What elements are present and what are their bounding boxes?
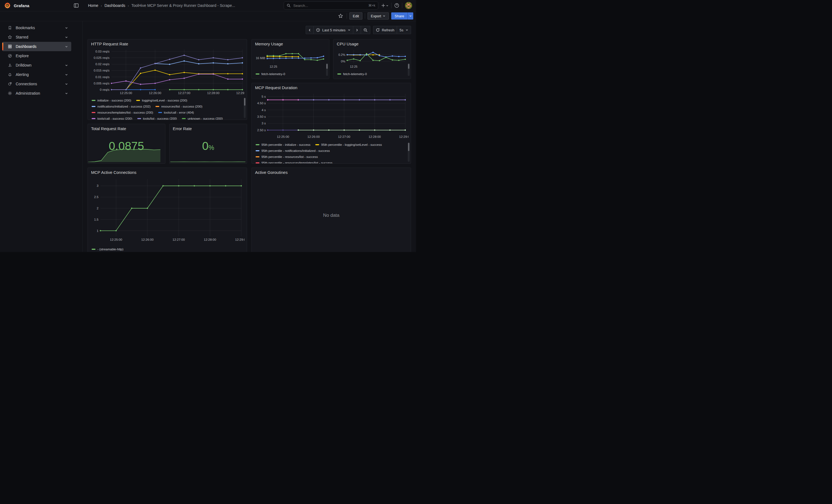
chevron-down-icon[interactable]: [65, 82, 68, 85]
legend-item[interactable]: tools/call - error (404): [158, 111, 194, 114]
http-request-rate-chart[interactable]: 12:25:0012:26:0012:27:0012:28:0012:29:00…: [90, 47, 244, 97]
panel-scrollbar[interactable]: [326, 63, 328, 76]
legend-item[interactable]: notifications/initialized - success (202…: [92, 105, 151, 108]
cpu-legend: fetch-telemetry-0: [337, 71, 409, 77]
panel-title[interactable]: Error Rate: [173, 126, 244, 131]
legend-item[interactable]: resources/list - success (200): [155, 105, 203, 108]
svg-text:0.2%: 0.2%: [338, 53, 345, 56]
panel-title[interactable]: HTTP Request Rate: [91, 42, 244, 46]
chevron-down-icon[interactable]: [65, 26, 68, 29]
legend-item[interactable]: initialize - success (200): [92, 99, 131, 102]
sidebar-item-administration[interactable]: Administration: [2, 88, 71, 98]
sidebar-item-connections[interactable]: Connections: [2, 79, 71, 88]
legend-item[interactable]: 95th percentile - initialize - success: [256, 143, 310, 147]
drilldown-icon: [8, 63, 12, 68]
legend-row: fetch-telemetry-0: [337, 71, 409, 77]
memory-usage-chart[interactable]: 12:2516 MiB: [255, 47, 327, 71]
mcp-active-connections-chart[interactable]: 12:25:0012:26:0012:27:0012:28:0012:29:00…: [90, 175, 244, 246]
right-column: Memory Usage 12:2516 MiB fetch-telemetry…: [252, 39, 411, 252]
svg-text:4.50 s: 4.50 s: [257, 102, 266, 105]
legend-item[interactable]: unknown - success (200): [182, 117, 223, 120]
legend-item[interactable]: 95th percentile - resources/templates/li…: [256, 161, 332, 164]
chevron-down-icon: [348, 29, 350, 31]
user-avatar[interactable]: [405, 2, 412, 9]
panel-mcp-active-connections: MCP Active Connections 12:25:0012:26:001…: [87, 167, 247, 252]
legend-label: resources/templates/list - success (200): [97, 111, 153, 114]
panel-title[interactable]: CPU Usage: [337, 42, 409, 46]
sidebar-item-alerting[interactable]: Alerting: [2, 70, 71, 79]
panel-scrollbar[interactable]: [408, 63, 410, 76]
legend-item[interactable]: logging/setLevel - success (200): [136, 99, 187, 102]
panel-title[interactable]: Active Goroutines: [255, 170, 409, 175]
search-input[interactable]: [293, 3, 366, 8]
svg-text:4 s: 4 s: [262, 108, 266, 112]
share-menu-button[interactable]: [408, 12, 413, 20]
chevron-down-icon[interactable]: [65, 45, 68, 48]
svg-text:0.01 req/s: 0.01 req/s: [96, 75, 109, 79]
svg-text:12:26:00: 12:26:00: [307, 135, 320, 138]
legend-item[interactable]: 95th percentile - resources/list - succe…: [256, 155, 318, 158]
chevron-down-icon[interactable]: [65, 64, 68, 67]
refresh-button[interactable]: Refresh: [373, 26, 397, 34]
chevron-down-icon[interactable]: [65, 73, 68, 76]
time-back-button[interactable]: [306, 26, 314, 34]
dock-sidebar-icon[interactable]: [73, 2, 80, 9]
panel-title[interactable]: Memory Usage: [255, 42, 327, 46]
zoom-out-icon: [363, 28, 368, 32]
share-button[interactable]: Share: [391, 12, 408, 20]
svg-text:3 s: 3 s: [262, 122, 266, 125]
time-forward-button[interactable]: [353, 26, 361, 34]
chevron-down-icon[interactable]: [65, 36, 68, 39]
legend-label: tools/call - error (404): [164, 111, 194, 114]
sidebar-item-label: Starred: [16, 35, 28, 39]
breadcrumb-item[interactable]: Home: [88, 3, 98, 8]
refresh-icon: [376, 28, 380, 32]
time-range-group: Last 5 minutes: [306, 26, 370, 34]
legend-scrollbar[interactable]: [408, 142, 410, 162]
refresh-interval-picker[interactable]: 5s: [397, 26, 411, 34]
legend-item[interactable]: - (streamable-http): [92, 247, 124, 251]
sidebar-item-dashboards[interactable]: Dashboards: [2, 42, 71, 51]
legend-label: 95th percentile - resources/templates/li…: [261, 161, 332, 164]
legend-color-pill: [92, 100, 96, 101]
sidebar-item-drilldown[interactable]: Drilldown: [2, 60, 71, 70]
legend-item[interactable]: tools/list - success (200): [137, 117, 177, 120]
chevron-down-icon[interactable]: [65, 92, 68, 95]
legend-color-pill: [137, 118, 141, 119]
add-new-button[interactable]: [381, 3, 389, 8]
panel-title[interactable]: Total Request Rate: [91, 126, 163, 131]
search-box[interactable]: ⌘+k: [284, 1, 378, 10]
legend-label: logging/setLevel - success (200): [142, 99, 187, 102]
legend-item[interactable]: fetch-telemetry-0: [256, 72, 285, 76]
cpu-usage-chart[interactable]: 12:250.2%0%: [336, 47, 409, 71]
mcp-request-duration-chart[interactable]: 12:25:0012:26:0012:27:0012:28:0012:29:00…: [255, 90, 409, 141]
legend-item[interactable]: fetch-telemetry-0: [337, 72, 367, 76]
legend-item[interactable]: 95th percentile - logging/setLevel - suc…: [315, 143, 382, 147]
sidebar-item-starred[interactable]: Starred: [2, 32, 71, 42]
legend-item[interactable]: tools/call - success (200): [92, 117, 132, 120]
panel-title[interactable]: MCP Active Connections: [91, 170, 244, 175]
svg-text:0%: 0%: [341, 60, 345, 63]
help-icon[interactable]: [394, 3, 399, 8]
sidebar-item-bookmarks[interactable]: Bookmarks: [2, 23, 71, 32]
svg-text:12:26:00: 12:26:00: [149, 91, 161, 95]
legend-row: tools/call - success (200)tools/list - s…: [92, 115, 244, 120]
favorite-star-icon[interactable]: [337, 14, 344, 19]
legend-item[interactable]: resources/templates/list - success (200): [92, 111, 153, 114]
breadcrumb-item[interactable]: Dashboards: [105, 3, 126, 8]
legend-row: 95th percentile - notifications/initiali…: [256, 148, 409, 154]
legend-item[interactable]: 95th percentile - notifications/initiali…: [256, 149, 330, 152]
panel-total-request-rate: Total Request Rate 0.0875: [87, 124, 165, 164]
legend-label: - (streamable-http): [97, 247, 124, 251]
zoom-out-button[interactable]: [361, 26, 370, 34]
legend-scrollbar[interactable]: [244, 98, 246, 118]
edit-button[interactable]: Edit: [349, 12, 362, 20]
time-range-picker[interactable]: Last 5 minutes: [314, 26, 353, 34]
sidebar-item-explore[interactable]: Explore: [2, 51, 71, 60]
export-button[interactable]: Export: [368, 12, 389, 20]
legend-color-pill: [256, 156, 259, 157]
legend-label: 95th percentile - logging/setLevel - suc…: [321, 143, 382, 147]
legend-color-pill: [155, 106, 159, 107]
panel-title[interactable]: MCP Request Duration: [255, 85, 409, 90]
breadcrumb: Home›Dashboards›ToolHive MCP Server & Pr…: [88, 3, 235, 8]
